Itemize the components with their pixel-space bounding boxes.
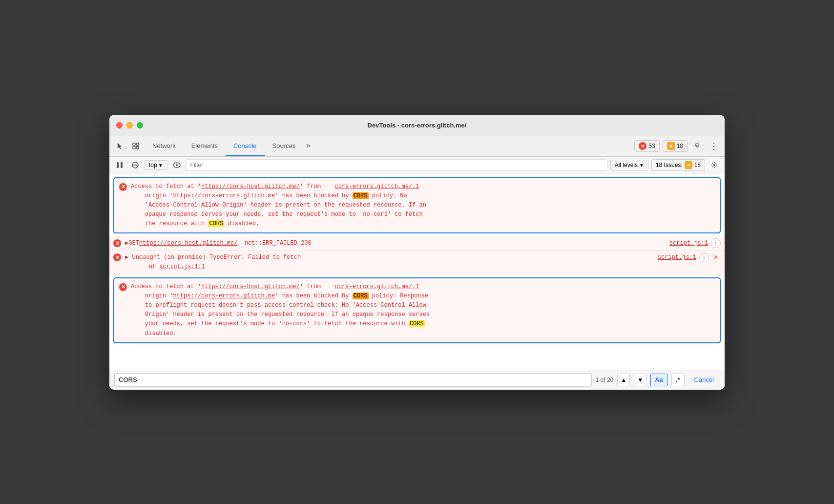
search-next-button[interactable]: ▼ <box>634 374 646 386</box>
search-bar: 1 of 20 ▲ ▼ Aa .* Cancel <box>109 370 725 390</box>
search-count: 1 of 20 <box>596 377 614 383</box>
close-entry-button[interactable]: ✕ <box>711 252 721 262</box>
error-icon-4: ✕ <box>119 283 127 291</box>
warn-icon: ✕ <box>667 142 675 150</box>
console-content: ✕ Access to fetch at 'https://cors-host.… <box>109 174 725 370</box>
origin-link-1[interactable]: https://cors-errors.glitch.me <box>173 192 275 199</box>
warn-count-button[interactable]: ✕ 18 <box>663 140 688 152</box>
console-entry-2: ✕ ▶ GET https://cors-host.glitch.me/ net… <box>109 236 725 251</box>
issues-warn-icon: ✕ <box>685 161 692 169</box>
more-tabs-button[interactable]: » <box>303 136 313 156</box>
script-source-3[interactable]: script.js:1 <box>658 253 696 262</box>
search-cancel-button[interactable]: Cancel <box>688 374 720 386</box>
main-toolbar: Network Elements Console Sources » ✕ 53 … <box>109 136 725 157</box>
maximize-button[interactable] <box>137 122 143 128</box>
svg-rect-0 <box>133 143 135 146</box>
error-count-button[interactable]: ✕ 53 <box>634 140 659 152</box>
play-button[interactable] <box>113 159 126 171</box>
entry-text-1: Access to fetch at 'https://cors-host.gl… <box>131 182 715 229</box>
menu-button[interactable]: ⋮ <box>707 139 721 153</box>
traffic-lights <box>116 122 143 128</box>
tab-sources[interactable]: Sources <box>265 136 304 156</box>
chevron-down-icon: ▼ <box>639 163 644 168</box>
error-icon-3: ✕ <box>113 253 121 261</box>
case-sensitive-button[interactable]: Aa <box>650 374 667 386</box>
close-button[interactable] <box>116 122 123 128</box>
navigate-down-button[interactable]: ↓ <box>699 252 709 262</box>
cors-badge-4a: CORS <box>353 293 369 299</box>
svg-rect-4 <box>117 162 119 168</box>
context-selector[interactable]: top ▼ <box>145 160 167 170</box>
devtools-window: DevTools - cors-errors.glitch.me/ Networ… <box>109 115 725 390</box>
issues-count: 18 <box>694 162 701 168</box>
levels-label: All levels <box>615 162 638 168</box>
console-toolbar: top ▼ All levels ▼ 18 Issues: ✕ 18 <box>109 157 725 174</box>
stack-link[interactable]: script.js:1:1 <box>159 263 205 270</box>
svg-rect-2 <box>133 147 135 149</box>
console-entry-4: ✕ Access to fetch at 'https://cors-host.… <box>113 277 721 343</box>
svg-point-10 <box>713 164 715 166</box>
error-icon-2: ✕ <box>113 239 121 247</box>
source-link-4[interactable]: cors-errors.glitch.me/:1 <box>335 283 419 290</box>
entry-text-4: Access to fetch at 'https://cors-host.gl… <box>131 282 715 338</box>
window-title: DevTools - cors-errors.glitch.me/ <box>368 122 467 129</box>
navigate-up-button[interactable]: ↑ <box>711 238 721 248</box>
svg-rect-1 <box>136 143 139 146</box>
chevron-down-icon: ▼ <box>158 163 163 168</box>
issues-label: 18 Issues: <box>656 162 683 168</box>
filter-input[interactable] <box>186 159 607 171</box>
context-label: top <box>149 162 157 168</box>
search-prev-button[interactable]: ▲ <box>617 374 630 386</box>
cors-badge-4b: CORS <box>409 320 425 327</box>
eye-button[interactable] <box>170 159 183 171</box>
cors-badge-2: CORS <box>208 220 224 227</box>
cursor-tool-button[interactable] <box>113 139 127 153</box>
clear-button[interactable] <box>129 159 142 171</box>
titlebar: DevTools - cors-errors.glitch.me/ <box>109 115 725 136</box>
entry-text-2: ▶ GET https://cors-host.glitch.me/ net::… <box>125 238 721 248</box>
issues-button[interactable]: 18 Issues: ✕ 18 <box>651 159 705 171</box>
cors-host-link-4[interactable]: https://cors-host.glitch.me/ <box>201 283 300 290</box>
script-source-2[interactable]: script.js:1 <box>669 239 708 248</box>
error-icon-1: ✕ <box>119 183 127 191</box>
regex-button[interactable]: .* <box>671 374 685 386</box>
search-input[interactable] <box>114 373 592 387</box>
settings-button[interactable] <box>690 139 704 153</box>
console-settings-button[interactable] <box>708 159 721 171</box>
source-link-1[interactable]: cors-errors.glitch.me/:1 <box>335 183 419 190</box>
warn-count: 18 <box>677 143 683 149</box>
cors-badge-1: CORS <box>353 192 369 199</box>
tab-console[interactable]: Console <box>226 136 265 156</box>
tab-network[interactable]: Network <box>145 136 184 156</box>
get-link[interactable]: https://cors-host.glitch.me/ <box>139 239 238 248</box>
svg-rect-3 <box>136 147 139 149</box>
levels-dropdown[interactable]: All levels ▼ <box>610 160 648 170</box>
toolbar-right: ✕ 53 ✕ 18 ⋮ <box>634 139 721 153</box>
tab-navigation: Network Elements Console Sources » <box>145 136 632 156</box>
console-entry-1: ✕ Access to fetch at 'https://cors-host.… <box>113 177 721 234</box>
origin-link-4[interactable]: https://cors-errors.glitch.me <box>173 293 275 299</box>
cors-host-link-1[interactable]: https://cors-host.glitch.me/ <box>201 183 300 190</box>
entry-text-3: ▶ Uncaught (in promise) TypeError: Faile… <box>125 252 721 272</box>
triangle-icon: ▶ <box>125 239 128 248</box>
console-entry-3: ✕ ▶ Uncaught (in promise) TypeError: Fai… <box>109 251 725 274</box>
svg-rect-5 <box>121 162 123 168</box>
tab-elements[interactable]: Elements <box>184 136 226 156</box>
svg-point-9 <box>176 164 178 166</box>
inspect-tool-button[interactable] <box>129 139 143 153</box>
minimize-button[interactable] <box>126 122 133 128</box>
error-icon: ✕ <box>639 142 646 150</box>
error-count: 53 <box>648 143 655 149</box>
